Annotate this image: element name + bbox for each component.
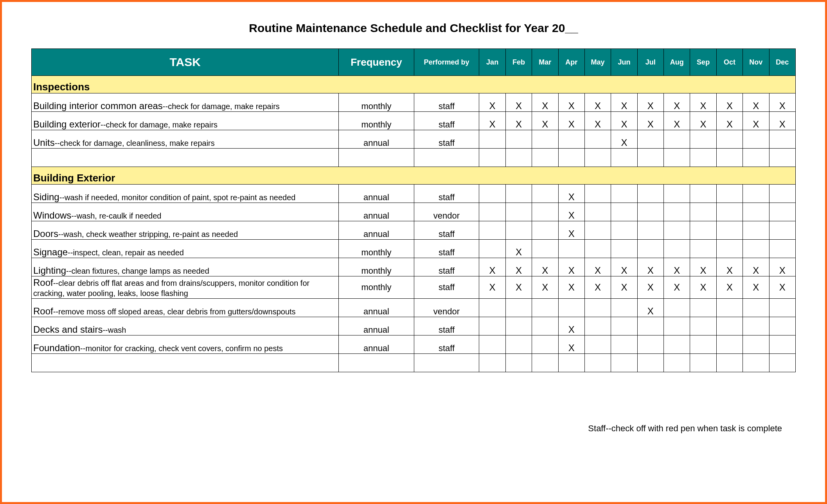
month-cell xyxy=(505,335,532,354)
month-cell: X xyxy=(584,93,611,112)
table-row: Decks and stairs--washannualstaffX xyxy=(32,317,796,335)
month-cell xyxy=(584,203,611,221)
month-cell xyxy=(637,203,663,221)
month-cell xyxy=(690,185,716,203)
month-cell: X xyxy=(479,93,505,112)
frequency-cell: monthly xyxy=(339,276,414,299)
month-cell xyxy=(690,221,716,240)
task-name: Units xyxy=(33,137,55,148)
task-cell: Windows--wash, re-caulk if needed xyxy=(32,203,339,221)
performed-by-cell: staff xyxy=(414,335,479,354)
header-month: Aug xyxy=(664,49,690,76)
performed-by-cell: staff xyxy=(414,240,479,258)
month-cell xyxy=(532,299,558,317)
table-row: Foundation--monitor for cracking, check … xyxy=(32,335,796,354)
month-cell: X xyxy=(690,93,716,112)
month-cell xyxy=(558,299,584,317)
month-cell xyxy=(743,335,769,354)
month-cell xyxy=(716,299,743,317)
task-desc: --clear debris off flat areas and from d… xyxy=(33,279,309,298)
month-cell xyxy=(479,317,505,335)
month-cell xyxy=(584,240,611,258)
month-cell xyxy=(743,203,769,221)
month-cell: X xyxy=(716,258,743,276)
month-cell xyxy=(532,221,558,240)
empty-cell xyxy=(584,354,611,372)
month-cell xyxy=(479,335,505,354)
frequency-cell: monthly xyxy=(339,93,414,112)
empty-cell xyxy=(716,149,743,167)
month-cell xyxy=(637,185,663,203)
month-cell xyxy=(584,221,611,240)
task-desc: --inspect, clean, repair as needed xyxy=(68,248,184,257)
month-cell xyxy=(611,221,637,240)
month-cell xyxy=(611,240,637,258)
month-cell: X xyxy=(743,276,769,299)
month-cell: X xyxy=(690,258,716,276)
task-cell: Signage--inspect, clean, repair as neede… xyxy=(32,240,339,258)
month-cell xyxy=(505,299,532,317)
empty-cell xyxy=(743,149,769,167)
page-title: Routine Maintenance Schedule and Checkli… xyxy=(31,22,796,35)
month-cell: X xyxy=(664,93,690,112)
month-cell: X xyxy=(637,276,663,299)
maintenance-table: TASK Frequency Performed by Jan Feb Mar … xyxy=(31,48,796,372)
month-cell xyxy=(611,317,637,335)
table-row: Roof--remove moss off sloped areas, clea… xyxy=(32,299,796,317)
month-cell xyxy=(769,130,795,149)
month-cell xyxy=(769,221,795,240)
header-month: May xyxy=(584,49,611,76)
month-cell xyxy=(479,203,505,221)
month-cell xyxy=(664,240,690,258)
header-task: TASK xyxy=(32,49,339,76)
task-name: Foundation xyxy=(33,343,80,353)
table-row: Windows--wash, re-caulk if neededannualv… xyxy=(32,203,796,221)
performed-by-cell: staff xyxy=(414,276,479,299)
month-cell xyxy=(584,130,611,149)
month-cell: X xyxy=(558,258,584,276)
month-cell xyxy=(743,299,769,317)
empty-cell xyxy=(532,149,558,167)
month-cell xyxy=(743,185,769,203)
performed-by-cell: staff xyxy=(414,130,479,149)
task-desc: --check for damage, cleanliness, make re… xyxy=(55,139,215,147)
frequency-cell: annual xyxy=(339,130,414,149)
empty-cell xyxy=(690,149,716,167)
month-cell xyxy=(664,185,690,203)
month-cell xyxy=(664,299,690,317)
header-month: Sep xyxy=(690,49,716,76)
task-name: Building interior common areas xyxy=(33,100,163,111)
month-cell xyxy=(716,203,743,221)
month-cell xyxy=(664,203,690,221)
month-cell xyxy=(505,221,532,240)
month-cell: X xyxy=(558,185,584,203)
task-name: Signage xyxy=(33,247,68,257)
month-cell xyxy=(637,335,663,354)
footer-note: Staff--check off with red pen when task … xyxy=(588,423,782,434)
month-cell: X xyxy=(716,276,743,299)
month-cell: X xyxy=(558,221,584,240)
task-cell: Units--check for damage, cleanliness, ma… xyxy=(32,130,339,149)
month-cell xyxy=(664,221,690,240)
header-month: Jun xyxy=(611,49,637,76)
month-cell: X xyxy=(611,130,637,149)
empty-cell xyxy=(32,354,339,372)
performed-by-cell: staff xyxy=(414,258,479,276)
task-desc: --check for damage, make repairs xyxy=(163,102,280,111)
month-cell xyxy=(584,335,611,354)
header-row: TASK Frequency Performed by Jan Feb Mar … xyxy=(32,49,796,76)
month-cell: X xyxy=(532,258,558,276)
month-cell xyxy=(479,130,505,149)
month-cell xyxy=(716,335,743,354)
month-cell: X xyxy=(716,112,743,130)
frequency-cell: annual xyxy=(339,299,414,317)
month-cell xyxy=(611,185,637,203)
month-cell xyxy=(769,299,795,317)
month-cell xyxy=(664,335,690,354)
month-cell xyxy=(479,240,505,258)
month-cell: X xyxy=(479,112,505,130)
month-cell xyxy=(637,221,663,240)
task-cell: Doors--wash, check weather stripping, re… xyxy=(32,221,339,240)
frequency-cell: annual xyxy=(339,317,414,335)
month-cell: X xyxy=(505,93,532,112)
